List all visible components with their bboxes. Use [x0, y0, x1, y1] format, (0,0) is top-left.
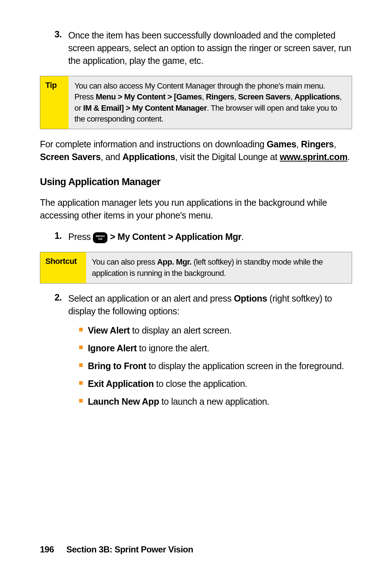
- p1-b4: Applications: [122, 152, 175, 162]
- step-text: Once the item has been successfully down…: [68, 29, 352, 67]
- step-text: Press MENUOK > My Content > Application …: [68, 230, 244, 243]
- p1-b1: Games: [267, 139, 296, 149]
- page-footer: 196 Section 3B: Sprint Power Vision: [40, 544, 193, 555]
- page-content: 3. Once the item has been successfully d…: [0, 0, 392, 413]
- ordered-list-appmgr: 1. Press MENUOK > My Content > Applicati…: [40, 230, 352, 243]
- p1-t6: .: [347, 152, 350, 162]
- p1-b2: Ringers: [301, 139, 334, 149]
- tip-b1: Menu > My Content > [Games: [96, 92, 202, 101]
- paragraph-app-manager: The application manager lets you run app…: [40, 196, 352, 222]
- opt-t: to display the application screen in the…: [146, 361, 344, 371]
- s1b-b1: > My Content > Application Mgr: [107, 232, 241, 242]
- tip-t3: ,: [234, 92, 238, 101]
- option-text: Launch New App to launch a new applicati…: [88, 395, 269, 408]
- square-bullet-icon: [79, 346, 83, 349]
- menu-key-bot: OK: [98, 238, 103, 241]
- step-text: Select an application or an alert and pr…: [68, 292, 352, 413]
- list-item: Launch New App to launch a new applicati…: [68, 395, 352, 408]
- menu-ok-key-icon: MENUOK: [93, 232, 107, 243]
- sc-t1: You can also press: [92, 257, 157, 266]
- square-bullet-icon: [79, 328, 83, 331]
- sc-b1: App. Mgr.: [157, 257, 192, 266]
- ordered-list-step2: 2. Select an application or an alert and…: [40, 292, 352, 413]
- opt-t: to ignore the alert.: [137, 343, 209, 353]
- option-text: Exit Application to close the applicatio…: [88, 377, 247, 390]
- p1-t4: , and: [101, 152, 122, 162]
- step-number: 2.: [40, 292, 68, 413]
- shortcut-callout: Shortcut You can also press App. Mgr. (l…: [40, 252, 352, 283]
- option-text: View Alert to display an alert screen.: [88, 324, 232, 337]
- list-item: Bring to Front to display the applicatio…: [68, 360, 352, 372]
- option-text: Ignore Alert to ignore the alert.: [88, 342, 209, 355]
- section-title: Section 3B: Sprint Power Vision: [66, 544, 193, 554]
- p1-t1: For complete information and instruction…: [40, 139, 267, 149]
- tip-text: You can also access My Content Manager t…: [69, 76, 352, 129]
- opt-b: View Alert: [88, 325, 130, 335]
- opt-t: to launch a new application.: [159, 396, 269, 407]
- s1b-t1: Press: [68, 232, 93, 242]
- tip-b5: IM & Email] > My Content Manager: [83, 103, 207, 113]
- tip-t2: ,: [202, 92, 206, 101]
- list-item: Exit Application to close the applicatio…: [68, 377, 352, 390]
- ordered-list-top: 3. Once the item has been successfully d…: [40, 29, 352, 67]
- square-bullet-icon: [79, 399, 83, 403]
- s1b-t2: .: [241, 232, 244, 242]
- step-number: 3.: [40, 29, 68, 67]
- shortcut-label: Shortcut: [40, 252, 86, 283]
- square-bullet-icon: [79, 363, 83, 367]
- paragraph-lounge: For complete information and instruction…: [40, 138, 352, 163]
- tip-label: Tip: [40, 76, 69, 129]
- options-list: View Alert to display an alert screen. I…: [68, 324, 352, 408]
- square-bullet-icon: [79, 381, 83, 385]
- p1-b3: Screen Savers: [40, 152, 101, 162]
- opt-t: to close the application.: [154, 379, 248, 389]
- heading-app-manager: Using Application Manager: [40, 176, 352, 188]
- opt-t: to display an alert screen.: [130, 325, 232, 335]
- option-text: Bring to Front to display the applicatio…: [88, 360, 344, 372]
- step-3: 3. Once the item has been successfully d…: [40, 29, 352, 67]
- step-1b: 1. Press MENUOK > My Content > Applicati…: [40, 230, 352, 243]
- sprint-url[interactable]: www.sprint.com: [280, 152, 348, 162]
- step-2b: 2. Select an application or an alert and…: [40, 292, 352, 413]
- p1-t2: ,: [296, 139, 301, 149]
- p1-t3: ,: [334, 139, 336, 149]
- opt-b: Ignore Alert: [88, 343, 137, 353]
- page-number: 196: [40, 544, 54, 554]
- tip-t4: ,: [290, 92, 294, 101]
- tip-b2: Ringers: [206, 92, 234, 101]
- list-item: Ignore Alert to ignore the alert.: [68, 342, 352, 355]
- tip-b4: Applications: [294, 92, 340, 101]
- opt-b: Exit Application: [88, 379, 154, 389]
- s2b-b1: Options: [234, 293, 267, 303]
- s2b-t1: Select an application or an alert and pr…: [68, 293, 234, 303]
- p1-t5: , visit the Digital Lounge at: [175, 152, 280, 162]
- tip-b3: Screen Savers: [238, 92, 290, 101]
- opt-b: Launch New App: [88, 396, 159, 407]
- shortcut-text: You can also press App. Mgr. (left softk…: [86, 252, 352, 283]
- list-item: View Alert to display an alert screen.: [68, 324, 352, 337]
- opt-b: Bring to Front: [88, 361, 146, 371]
- tip-callout: Tip You can also access My Content Manag…: [40, 76, 352, 129]
- step-number: 1.: [40, 230, 68, 243]
